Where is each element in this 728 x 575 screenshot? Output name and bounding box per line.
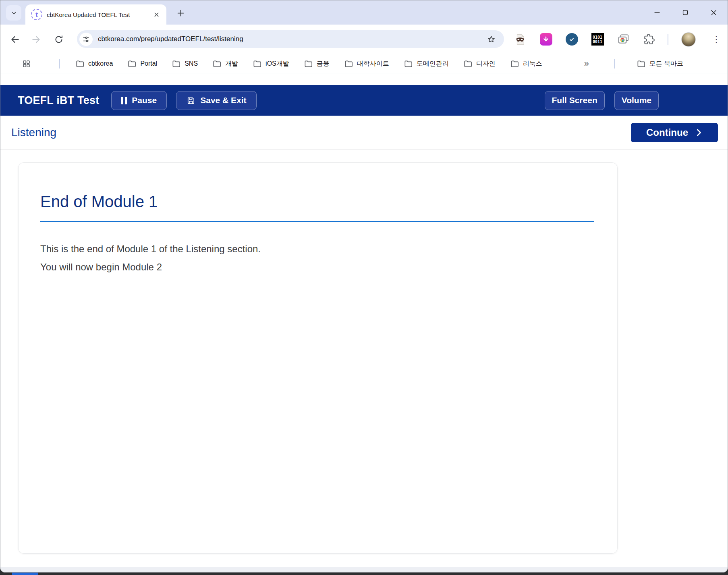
apps-grid-button[interactable] (19, 56, 33, 71)
new-tab-button[interactable] (174, 6, 187, 20)
binary-icon: 01010011 (591, 33, 604, 46)
folder-icon (637, 59, 646, 69)
site-info-button[interactable] (79, 33, 93, 46)
bookmark-label: 도메인관리 (417, 60, 449, 68)
bookmarks-separator-right (614, 59, 615, 69)
bookmark-star-button[interactable] (487, 35, 496, 44)
folder-icon (304, 59, 313, 69)
bookmark-folder-university-sites[interactable]: 대학사이트 (340, 57, 393, 71)
bookmark-folder-linux[interactable]: 리눅스 (506, 57, 546, 71)
extension-mask-button[interactable] (513, 32, 527, 47)
folder-icon (212, 59, 222, 69)
bookmark-folder-finance[interactable]: 금융 (300, 57, 334, 71)
back-button[interactable] (7, 32, 23, 47)
folder-icon (75, 59, 85, 69)
extension-binary-button[interactable]: 01010011 (590, 32, 605, 47)
extension-download-button[interactable] (539, 32, 553, 47)
bookmark-folder-sns[interactable]: SNS (168, 57, 202, 71)
browser-menu-button[interactable]: ⋮ (709, 33, 723, 46)
bookmark-label: iOS개발 (265, 60, 289, 68)
pause-icon (121, 97, 127, 104)
tab-search-button[interactable] (6, 5, 21, 21)
module-text-line1: This is the end of Module 1 of the Liste… (40, 240, 594, 258)
folder-icon (253, 59, 262, 69)
tab-title: cbtKorea Updated TOEFL Test (47, 11, 151, 18)
reload-icon (54, 35, 64, 44)
bookmark-label: Portal (140, 60, 157, 67)
window-close-icon (709, 8, 718, 17)
window-bottom-strip (0, 567, 728, 572)
extensions-menu-button[interactable] (642, 32, 656, 47)
folder-icon (172, 59, 181, 69)
toolbar-separator (668, 34, 668, 45)
window-close-button[interactable] (699, 0, 728, 25)
volume-label: Volume (622, 95, 651, 105)
bookmark-label: 디자인 (476, 60, 496, 68)
minimize-icon (653, 8, 662, 17)
bookmark-folder-ios-dev[interactable]: iOS개발 (249, 57, 293, 71)
save-exit-button[interactable]: Save & Exit (176, 91, 256, 110)
extensions-row: 01010011 ⋮ (513, 25, 723, 54)
section-label: Listening (11, 126, 56, 139)
folder-icon (404, 59, 413, 69)
bookmarks-bar: cbtkorea Portal SNS 개발 iOS개발 금융 (0, 54, 728, 73)
full-screen-button[interactable]: Full Screen (545, 91, 605, 110)
chevron-down-icon (10, 10, 17, 17)
tune-icon (82, 35, 90, 43)
check-icon (566, 33, 578, 46)
bookmark-folder-dev[interactable]: 개발 (208, 57, 242, 71)
bookmark-label: cbtkorea (88, 60, 113, 67)
reload-button[interactable] (51, 32, 66, 47)
pause-button[interactable]: Pause (111, 91, 167, 110)
tab-strip: t cbtKorea Updated TOEFL Test (0, 0, 728, 25)
folder-icon (344, 59, 353, 69)
apps-grid-icon (22, 60, 31, 68)
bookmarks-list: cbtkorea Portal SNS 개발 iOS개발 금융 (71, 54, 592, 73)
bookmark-folder-design[interactable]: 디자인 (459, 57, 500, 71)
folder-icon (510, 59, 519, 69)
continue-button[interactable]: Continue (631, 123, 718, 142)
continue-label: Continue (646, 127, 688, 138)
forward-button[interactable] (29, 32, 44, 47)
bookmark-folder-portal[interactable]: Portal (123, 57, 161, 71)
section-bar: Listening Continue (0, 116, 728, 149)
bookmark-label: 금융 (317, 60, 330, 68)
volume-button[interactable]: Volume (614, 91, 659, 110)
browser-window: t cbtKorea Updated TOEFL Test (0, 0, 728, 573)
close-icon (153, 11, 160, 18)
bookmark-label: 대학사이트 (357, 60, 389, 68)
bookmark-folder-domain-mgmt[interactable]: 도메인관리 (400, 57, 453, 71)
all-bookmarks-label: 모든 북마크 (649, 60, 683, 68)
url-text: cbtkorea.com/prep/updatedTOEFL/test/list… (98, 35, 487, 43)
address-bar[interactable]: cbtkorea.com/prep/updatedTOEFL/test/list… (77, 30, 504, 48)
window-controls (643, 0, 728, 25)
content-card: End of Module 1 This is the end of Modul… (18, 162, 618, 554)
maximize-button[interactable] (671, 0, 699, 25)
maximize-icon (681, 8, 689, 17)
profile-avatar[interactable] (681, 32, 696, 47)
module-text-line2: You will now begin Module 2 (40, 258, 594, 276)
download-icon (540, 33, 552, 46)
folder-icon (463, 59, 473, 69)
test-header: TOEFL iBT Test Pause Save & Exit Full Sc… (0, 85, 728, 116)
active-tab[interactable]: t cbtKorea Updated TOEFL Test (25, 4, 166, 25)
tab-close-button[interactable] (151, 9, 162, 20)
module-heading: End of Module 1 (40, 192, 594, 211)
extension-media-button[interactable] (616, 32, 631, 47)
extension-check-button[interactable] (564, 32, 579, 47)
chevron-right-icon (695, 128, 703, 137)
minimize-button[interactable] (643, 0, 671, 25)
bookmark-folder-cbtkorea[interactable]: cbtkorea (71, 57, 117, 71)
heading-rule (40, 221, 594, 222)
bookmark-label: 리눅스 (523, 60, 542, 68)
plus-icon (176, 9, 185, 17)
bookmarks-overflow-button[interactable]: » (581, 59, 592, 68)
page-content: TOEFL iBT Test Pause Save & Exit Full Sc… (0, 73, 728, 568)
save-icon (186, 96, 195, 105)
all-bookmarks-button[interactable]: 모든 북마크 (633, 56, 687, 71)
pause-label: Pause (132, 95, 157, 105)
back-icon (10, 34, 20, 45)
folder-icon (127, 59, 137, 69)
save-exit-label: Save & Exit (200, 95, 246, 105)
bookmark-label: 개발 (225, 60, 238, 68)
